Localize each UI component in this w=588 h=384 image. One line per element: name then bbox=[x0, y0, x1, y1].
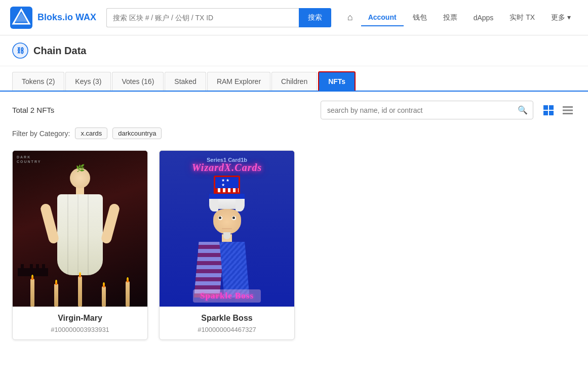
nav-account[interactable]: Account bbox=[361, 9, 404, 26]
nft-name-1: Virgin-Mary bbox=[21, 314, 139, 323]
nav-dapps[interactable]: dApps bbox=[466, 10, 501, 26]
logo-area: Bloks.io WAX bbox=[10, 7, 96, 29]
nft-image-1: DARK COUNTRY 🌿 bbox=[13, 151, 147, 307]
logo-text: Bloks.io WAX bbox=[37, 12, 96, 23]
main-nav: ⌂ Account 钱包 投票 dApps 实时 TX 更多 ▾ bbox=[341, 8, 578, 27]
nft-search-box: 🔍 bbox=[321, 101, 533, 119]
sub-header: ⛓ Chain Data bbox=[0, 35, 588, 66]
nav-wallet[interactable]: 钱包 bbox=[406, 9, 434, 26]
logo-icon bbox=[10, 7, 32, 29]
nft-image-2: Series1 Card1b WizardX.Cards ★ ★ ★ bbox=[160, 151, 294, 307]
svg-rect-6 bbox=[549, 105, 554, 110]
nft-card-1[interactable]: DARK COUNTRY 🌿 bbox=[12, 150, 148, 340]
tab-staked[interactable]: Staked bbox=[165, 72, 206, 91]
chain-icon: ⛓ bbox=[12, 42, 28, 59]
chain-title: Chain Data bbox=[33, 45, 86, 57]
filter-label: Filter by Category: bbox=[12, 130, 70, 138]
nft-grid: DARK COUNTRY 🌿 bbox=[12, 150, 576, 340]
tab-tokens[interactable]: Tokens (2) bbox=[12, 72, 64, 91]
tab-keys[interactable]: Keys (3) bbox=[65, 72, 111, 91]
tabs-bar: Tokens (2) Keys (3) Votes (16) Staked RA… bbox=[0, 71, 588, 92]
content-area: Total 2 NFTs 🔍 bbox=[0, 92, 588, 349]
search-button[interactable]: 搜索 bbox=[299, 8, 331, 27]
filter-tag-darkcountry[interactable]: darkcountrya bbox=[112, 127, 162, 139]
nft-search-input[interactable] bbox=[321, 102, 513, 118]
list-icon bbox=[562, 105, 573, 116]
nft-info-2: Sparkle Boss #100000004467327 bbox=[160, 307, 294, 339]
nft-total-count: Total 2 NFTs bbox=[12, 106, 54, 114]
svg-rect-10 bbox=[563, 109, 573, 111]
nav-realtime[interactable]: 实时 TX bbox=[502, 9, 542, 26]
svg-text:⛓: ⛓ bbox=[17, 47, 24, 55]
svg-rect-9 bbox=[563, 106, 573, 108]
search-input[interactable] bbox=[106, 8, 299, 27]
tab-votes[interactable]: Votes (16) bbox=[112, 72, 164, 91]
nft-id-2: #100000004467327 bbox=[168, 326, 286, 333]
tab-children[interactable]: Children bbox=[271, 72, 317, 91]
nav-home[interactable]: ⌂ bbox=[341, 8, 359, 27]
svg-rect-7 bbox=[543, 111, 548, 115]
nav-more[interactable]: 更多 ▾ bbox=[544, 9, 578, 26]
header: Bloks.io WAX 搜索 ⌂ Account 钱包 投票 dApps 实时… bbox=[0, 0, 588, 35]
nav-vote[interactable]: 投票 bbox=[436, 9, 464, 26]
svg-rect-5 bbox=[543, 105, 548, 110]
grid-view-btn[interactable] bbox=[540, 102, 557, 118]
nft-header-row: Total 2 NFTs 🔍 bbox=[12, 101, 576, 119]
nft-info-1: Virgin-Mary #100000003933931 bbox=[13, 307, 147, 339]
tab-nfts[interactable]: NFTs bbox=[318, 71, 356, 91]
nft-name-2: Sparkle Boss bbox=[168, 314, 286, 323]
list-view-btn[interactable] bbox=[560, 102, 576, 118]
nft-controls: 🔍 bbox=[321, 101, 576, 119]
nft-card-2[interactable]: Series1 Card1b WizardX.Cards ★ ★ ★ bbox=[159, 150, 295, 340]
filter-row: Filter by Category: x.cards darkcountrya bbox=[12, 127, 576, 139]
grid-icon bbox=[543, 105, 554, 116]
filter-tag-xcards[interactable]: x.cards bbox=[75, 127, 107, 139]
search-area: 搜索 bbox=[96, 8, 341, 27]
view-controls bbox=[540, 102, 576, 118]
svg-rect-8 bbox=[549, 111, 554, 115]
svg-rect-11 bbox=[563, 113, 573, 114]
nft-id-1: #100000003933931 bbox=[21, 326, 139, 333]
nft-search-icon: 🔍 bbox=[513, 101, 533, 119]
tab-ram[interactable]: RAM Explorer bbox=[207, 72, 270, 91]
